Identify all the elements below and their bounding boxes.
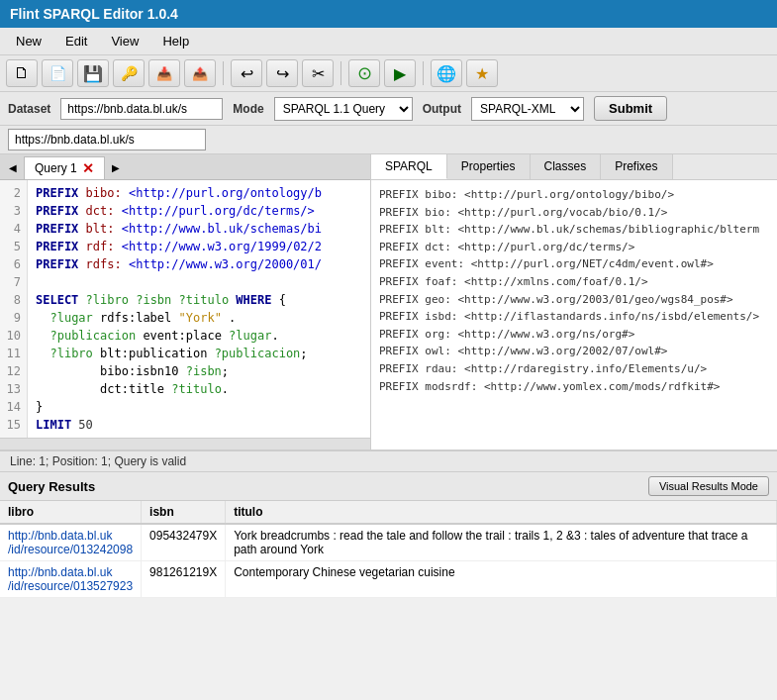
dataset-label: Dataset	[8, 102, 50, 116]
result-isbn-1: 095432479X	[142, 524, 226, 561]
col-libro: libro	[0, 501, 142, 524]
result-titulo-1: York breadcrumbs : read the tale and fol…	[226, 524, 777, 561]
title-bar: Flint SPARQL Editor 1.0.4	[0, 0, 777, 28]
prefix-line-8: PREFIX isbd: <http://iflastandards.info/…	[379, 308, 769, 326]
menu-bar: New Edit View Help	[0, 28, 777, 55]
url-bar	[0, 126, 777, 154]
panel-tabs: SPARQL Properties Classes Prefixes	[371, 154, 777, 180]
libro-link-2[interactable]: http://bnb.data.bl.uk/id/resource/013527…	[8, 565, 133, 593]
undo-button[interactable]: ↩	[231, 59, 262, 87]
open-button[interactable]: 📄	[42, 59, 73, 87]
result-libro-2: http://bnb.data.bl.uk/id/resource/013527…	[0, 561, 142, 598]
results-body: libro isbn titulo http://bnb.data.bl.uk/…	[0, 501, 777, 598]
table-row: http://bnb.data.bl.uk/id/resource/013527…	[0, 561, 777, 598]
line-numbers: 23456789101112131415	[0, 180, 28, 438]
menu-edit[interactable]: Edit	[53, 30, 99, 52]
tab-properties[interactable]: Properties	[447, 154, 531, 179]
prefix-line-5: PREFIX event: <http://purl.org/NET/c4dm/…	[379, 255, 769, 273]
redo-button[interactable]: ↪	[266, 59, 298, 87]
prefix-line-10: PREFIX owl: <http://www.w3.org/2002/07/o…	[379, 343, 769, 360]
config-row: Dataset Mode SPARQL 1.1 Query SPARQL 1.0…	[0, 92, 777, 126]
toolbar-separator-2	[340, 61, 341, 85]
results-header: Query Results Visual Results Mode	[0, 472, 777, 501]
col-titulo: titulo	[226, 501, 777, 524]
toolbar-separator-3	[423, 61, 424, 85]
run-arrow-button[interactable]: ▶	[384, 59, 416, 87]
tab-classes[interactable]: Classes	[531, 154, 602, 179]
menu-new[interactable]: New	[4, 30, 53, 52]
cut-button[interactable]: ✂	[302, 59, 334, 87]
panel-content: PREFIX bibo: <http://purl.org/ontology/b…	[371, 180, 777, 450]
result-isbn-2: 981261219X	[142, 561, 226, 598]
editor-tab-close[interactable]: ✕	[82, 160, 94, 176]
prefix-line-6: PREFIX foaf: <http://xmlns.com/foaf/0.1/…	[379, 273, 769, 291]
app-title: Flint SPARQL Editor 1.0.4	[10, 6, 178, 22]
save-button[interactable]: 💾	[77, 59, 109, 87]
editor-tab-row: ◀ Query 1 ✕ ▶	[0, 154, 370, 180]
results-title: Query Results	[8, 479, 95, 494]
editor-tab-label: Query 1	[35, 161, 77, 175]
result-titulo-2: Contemporary Chinese vegetarian cuisine	[226, 561, 777, 598]
editor-body[interactable]: 23456789101112131415 PREFIX bibo: <http:…	[0, 180, 370, 438]
col-isbn: isbn	[142, 501, 226, 524]
dataset-input[interactable]	[60, 98, 223, 120]
menu-help[interactable]: Help	[150, 30, 201, 52]
code-content[interactable]: PREFIX bibo: <http://purl.org/ontology/b…	[28, 180, 370, 438]
submit-button[interactable]: Submit	[594, 96, 667, 121]
status-bar: Line: 1; Position: 1; Query is valid	[0, 450, 777, 472]
editor-horizontal-scrollbar[interactable]	[0, 438, 370, 450]
menu-view[interactable]: View	[99, 30, 150, 52]
prefix-line-3: PREFIX blt: <http://www.bl.uk/schemas/bi…	[379, 221, 769, 239]
browse-button[interactable]: 🌐	[431, 59, 462, 87]
url-input[interactable]	[8, 129, 206, 150]
prefix-line-7: PREFIX geo: <http://www.w3.org/2003/01/g…	[379, 291, 769, 309]
prefix-line-11: PREFIX rdau: <http://rdaregistry.info/El…	[379, 360, 769, 378]
table-row: http://bnb.data.bl.uk/id/resource/013242…	[0, 524, 777, 561]
output-select[interactable]: SPARQL-XML SPARQL-JSON Turtle RDF/XML	[471, 97, 584, 121]
mode-label: Mode	[233, 102, 263, 116]
tab-sparql[interactable]: SPARQL	[371, 154, 447, 179]
prefix-line-1: PREFIX bibo: <http://purl.org/ontology/b…	[379, 186, 769, 204]
run-button[interactable]: ⊙	[348, 59, 380, 87]
libro-link-1[interactable]: http://bnb.data.bl.uk/id/resource/013242…	[8, 529, 133, 556]
mode-select[interactable]: SPARQL 1.1 Query SPARQL 1.0 Query SPARQL…	[274, 97, 413, 121]
new-file-button[interactable]: 🗋	[6, 59, 38, 87]
right-panel: SPARQL Properties Classes Prefixes PREFI…	[371, 154, 777, 450]
favourite-button[interactable]: ★	[466, 59, 498, 87]
visual-mode-button[interactable]: Visual Results Mode	[648, 476, 769, 496]
editor-container: ◀ Query 1 ✕ ▶ 23456789101112131415 PREFI…	[0, 154, 371, 450]
import-button[interactable]: 📥	[148, 59, 180, 87]
output-label: Output	[423, 102, 461, 116]
toolbar-separator-1	[223, 61, 224, 85]
key-button[interactable]: 🔑	[113, 59, 145, 87]
prefix-line-2: PREFIX bio: <http://purl.org/vocab/bio/0…	[379, 204, 769, 222]
results-table: libro isbn titulo http://bnb.data.bl.uk/…	[0, 501, 777, 598]
results-section: Query Results Visual Results Mode libro …	[0, 472, 777, 598]
prefix-line-9: PREFIX org: <http://www.w3.org/ns/org#>	[379, 326, 769, 344]
nav-right-arrow[interactable]: ▶	[107, 158, 125, 178]
toolbar: 🗋 📄 💾 🔑 📥 📤 ↩ ↪ ✂ ⊙ ▶ 🌐 ★	[0, 55, 777, 92]
status-text: Line: 1; Position: 1; Query is valid	[10, 454, 186, 468]
export-button[interactable]: 📤	[184, 59, 216, 87]
editor-tab-1[interactable]: Query 1 ✕	[24, 156, 105, 179]
prefix-line-12: PREFIX modsrdf: <http://www.yomlex.com/m…	[379, 378, 769, 396]
tab-prefixes[interactable]: Prefixes	[601, 154, 672, 179]
result-libro-1: http://bnb.data.bl.uk/id/resource/013242…	[0, 524, 142, 561]
nav-left-arrow[interactable]: ◀	[4, 158, 22, 178]
prefix-line-4: PREFIX dct: <http://purl.org/dc/terms/>	[379, 239, 769, 256]
